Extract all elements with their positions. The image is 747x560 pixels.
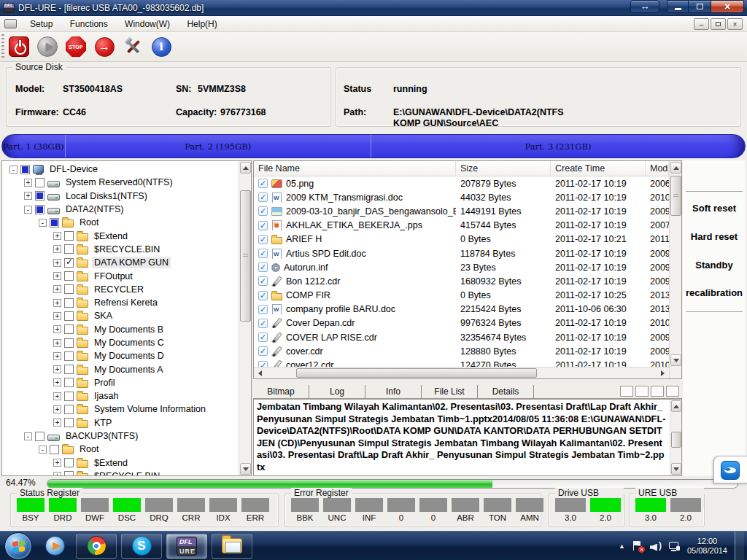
tree-item[interactable]: $Extend bbox=[2, 456, 238, 470]
standby-button[interactable]: Standby bbox=[683, 260, 746, 271]
taskbar-item-explorer[interactable] bbox=[212, 534, 252, 559]
file-row[interactable]: 2009-03-10_banjir_DAS_bengawansolo_BNP..… bbox=[254, 204, 669, 218]
tree-item-label[interactable]: My Documents A bbox=[92, 364, 165, 376]
tree-checkbox[interactable] bbox=[64, 324, 74, 334]
column-header-modified[interactable]: Modi bbox=[646, 161, 669, 176]
hard-reset-button[interactable]: Hard reset bbox=[683, 231, 746, 242]
hscroll-thumb[interactable] bbox=[296, 368, 537, 378]
file-checkbox[interactable] bbox=[258, 305, 268, 314]
tree-item[interactable]: System Volume Information bbox=[2, 402, 238, 416]
tree-checkbox[interactable] bbox=[35, 205, 44, 214]
tree-item[interactable]: $RECYCLE.BIN bbox=[2, 243, 238, 256]
tree-item-label[interactable]: DATA2(NTFS) bbox=[63, 203, 125, 215]
file-checkbox[interactable] bbox=[258, 179, 268, 188]
file-checkbox[interactable] bbox=[258, 249, 268, 258]
vscroll-thumb[interactable] bbox=[670, 176, 681, 216]
file-checkbox[interactable] bbox=[258, 235, 268, 244]
tree-checkbox[interactable] bbox=[50, 218, 59, 228]
tree-item-label[interactable]: SKA bbox=[92, 310, 115, 322]
file-row[interactable]: Autorun.inf 23 Bytes 2011-02-17 10:19 20… bbox=[254, 260, 669, 274]
partition-2[interactable]: Part. 2 (195GB) bbox=[65, 135, 371, 158]
tree-checkbox[interactable] bbox=[64, 405, 74, 414]
tree-checkbox[interactable] bbox=[64, 231, 74, 241]
file-row[interactable]: 05.png 207879 Bytes 2011-02-17 10:19 200… bbox=[254, 176, 669, 190]
tab-square-button[interactable] bbox=[635, 386, 649, 397]
tree-item[interactable]: My Documents C bbox=[2, 336, 238, 349]
tree-item[interactable]: My Documents B bbox=[2, 323, 238, 336]
vscroll-down-button[interactable] bbox=[670, 354, 681, 366]
partition-1[interactable]: Part. 1 (38GB) bbox=[2, 135, 65, 158]
tray-expand-icon[interactable]: ▲ bbox=[619, 542, 625, 550]
tree-expander[interactable] bbox=[53, 459, 61, 467]
tree-item-label[interactable]: DFL-Device bbox=[47, 163, 100, 175]
file-row[interactable]: company profile BARU.doc 2215424 Bytes 2… bbox=[254, 303, 669, 316]
file-checkbox[interactable] bbox=[258, 221, 268, 230]
tree-expander[interactable] bbox=[53, 352, 61, 360]
tree-checkbox[interactable] bbox=[64, 351, 74, 361]
file-checkbox[interactable] bbox=[258, 319, 268, 328]
tree-item[interactable]: DATA2(NTFS) bbox=[2, 203, 238, 216]
recalibration-button[interactable]: recalibration bbox=[683, 287, 746, 298]
tree-item[interactable]: My Documents A bbox=[2, 362, 238, 376]
document-window-icon[interactable] bbox=[4, 19, 17, 28]
power-button[interactable] bbox=[7, 35, 31, 58]
volume-icon[interactable] bbox=[650, 541, 662, 551]
tree-checkbox[interactable] bbox=[64, 392, 74, 401]
taskbar-item-chrome[interactable] bbox=[76, 534, 117, 559]
tab[interactable]: Log bbox=[309, 385, 365, 398]
file-row[interactable]: COVER LAP RISE.cdr 32354674 Bytes 2011-0… bbox=[254, 330, 669, 344]
tree-scroll-thumb[interactable] bbox=[240, 190, 251, 322]
file-row[interactable]: cover12.cdr 124270 Bytes 2011-02-17 10:1… bbox=[254, 358, 669, 367]
taskbar-item-dfl-ure[interactable] bbox=[166, 534, 207, 559]
column-header-create-time[interactable]: Create Time bbox=[551, 161, 646, 176]
tree-checkbox[interactable] bbox=[64, 284, 74, 294]
tree-item-label[interactable]: Ijasah bbox=[92, 390, 120, 402]
file-row[interactable]: AKHLAK_ETIKA_BEKERJA_.pps 415744 Bytes 2… bbox=[254, 219, 669, 233]
log-scroll-thumb[interactable] bbox=[671, 432, 681, 448]
tree-item-label[interactable]: $RECYCLE.BIN bbox=[92, 244, 162, 255]
menu-item[interactable]: Functions bbox=[63, 17, 115, 31]
tree-item[interactable]: DFL-Device bbox=[2, 163, 238, 176]
tree-checkbox[interactable] bbox=[64, 378, 74, 387]
tab-square-button[interactable] bbox=[666, 386, 679, 397]
tree-item-label[interactable]: My Documents B bbox=[92, 324, 166, 335]
tree-expander[interactable] bbox=[53, 378, 61, 386]
minimize-button[interactable] bbox=[667, 0, 689, 13]
tab[interactable]: Bitmap bbox=[253, 385, 309, 398]
file-row[interactable]: COMP FIR 0 Bytes 2011-02-17 10:25 2013- bbox=[254, 289, 669, 303]
tree-checkbox[interactable] bbox=[64, 471, 74, 476]
file-row[interactable]: Artius SPD Edit.doc 118784 Bytes 2011-02… bbox=[254, 246, 669, 260]
tree-item[interactable]: RECYCLER bbox=[2, 283, 238, 296]
file-row[interactable]: 2009 KTM_Transmigrasi.doc 44032 Bytes 20… bbox=[254, 190, 669, 204]
file-checkbox[interactable] bbox=[258, 291, 268, 300]
tab-square-button[interactable] bbox=[620, 386, 633, 397]
tree-expander[interactable] bbox=[53, 365, 61, 373]
tree-expander[interactable] bbox=[53, 285, 61, 293]
tree-scrollbar[interactable] bbox=[239, 161, 251, 475]
tree-checkbox[interactable] bbox=[20, 165, 30, 174]
tree-item[interactable]: DATA KOMP GUN bbox=[2, 256, 238, 269]
tree-expander[interactable] bbox=[53, 472, 61, 476]
soft-reset-button[interactable]: Soft reset bbox=[683, 203, 746, 214]
tree-expander[interactable] bbox=[53, 232, 61, 240]
action-center-flag-icon[interactable]: × bbox=[632, 541, 643, 551]
tree-checkbox[interactable] bbox=[64, 418, 74, 427]
tree-scroll-up-button[interactable] bbox=[240, 162, 251, 174]
tree-expander[interactable] bbox=[53, 299, 61, 307]
menu-item[interactable]: Window(W) bbox=[117, 17, 177, 31]
tree-item-label[interactable]: KTP bbox=[92, 417, 114, 429]
tree-expander[interactable] bbox=[53, 392, 61, 400]
tree-item[interactable]: $Extend bbox=[2, 229, 238, 242]
teamviewer-icon[interactable] bbox=[721, 461, 740, 480]
file-checkbox[interactable] bbox=[258, 346, 268, 356]
tree-checkbox[interactable] bbox=[64, 311, 74, 321]
tree-expander[interactable] bbox=[53, 339, 61, 347]
log-scroll-down-button[interactable] bbox=[671, 463, 681, 475]
file-row[interactable]: cover.cdr 128880 Bytes 2011-02-17 10:19 … bbox=[254, 344, 669, 358]
toolbar-grip[interactable] bbox=[1, 34, 4, 59]
close-button[interactable]: × bbox=[711, 0, 744, 13]
tree-scroll-down-button[interactable] bbox=[240, 463, 251, 475]
file-list-hscrollbar[interactable] bbox=[254, 367, 669, 378]
tree-expander[interactable] bbox=[24, 192, 32, 200]
tree-item-label[interactable]: Root bbox=[77, 443, 101, 455]
